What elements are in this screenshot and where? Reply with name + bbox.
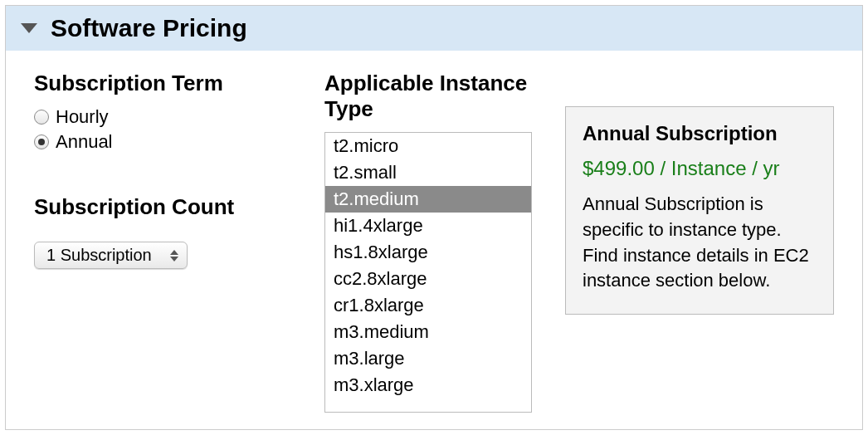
subscription-term-heading: Subscription Term — [34, 71, 291, 96]
term-option-annual[interactable]: Annual — [34, 131, 291, 153]
instance-option[interactable]: hs1.8xlarge — [325, 239, 531, 266]
radio-icon — [34, 134, 49, 149]
left-column: Subscription Term Hourly Annual Subscrip… — [34, 71, 291, 269]
info-title: Annual Subscription — [583, 122, 817, 145]
subscription-count-select[interactable]: 1 Subscription — [34, 242, 188, 269]
subscription-count-block: Subscription Count 1 Subscription — [34, 194, 291, 269]
middle-column: Applicable Instance Type t2.microt2.smal… — [324, 71, 532, 413]
instance-option[interactable]: m3.xlarge — [325, 372, 531, 398]
collapse-caret-icon — [21, 23, 37, 33]
radio-label: Hourly — [56, 106, 109, 128]
pricing-info-box: Annual Subscription $499.00 / Instance /… — [565, 106, 834, 315]
instance-option[interactable]: cr1.8xlarge — [325, 292, 531, 319]
subscription-count-heading: Subscription Count — [34, 194, 291, 220]
instance-option[interactable]: t2.micro — [325, 133, 531, 159]
instance-option[interactable]: t2.medium — [325, 186, 531, 213]
instance-type-listbox[interactable]: t2.microt2.smallt2.mediumhi1.4xlargehs1.… — [324, 132, 532, 413]
instance-option[interactable]: cc2.8xlarge — [325, 266, 531, 292]
info-price: $499.00 / Instance / yr — [583, 157, 817, 180]
select-stepper-icon — [170, 250, 178, 262]
right-column: . Annual Subscription $499.00 / Instance… — [565, 71, 834, 315]
instance-option[interactable]: t2.small — [325, 159, 531, 186]
panel-body: Subscription Term Hourly Annual Subscrip… — [6, 51, 862, 429]
instance-option[interactable]: m3.large — [325, 345, 531, 372]
panel-title: Software Pricing — [51, 14, 247, 42]
info-description: Annual Subscription is specific to insta… — [583, 192, 817, 294]
radio-icon — [34, 110, 49, 125]
instance-option[interactable]: m3.medium — [325, 319, 531, 345]
instance-type-heading: Applicable Instance Type — [324, 71, 532, 122]
software-pricing-panel: Software Pricing Subscription Term Hourl… — [5, 5, 863, 430]
term-option-hourly[interactable]: Hourly — [34, 106, 291, 128]
panel-header[interactable]: Software Pricing — [6, 6, 862, 51]
instance-option[interactable]: hi1.4xlarge — [325, 213, 531, 239]
radio-label: Annual — [56, 131, 113, 153]
select-value: 1 Subscription — [46, 246, 152, 265]
